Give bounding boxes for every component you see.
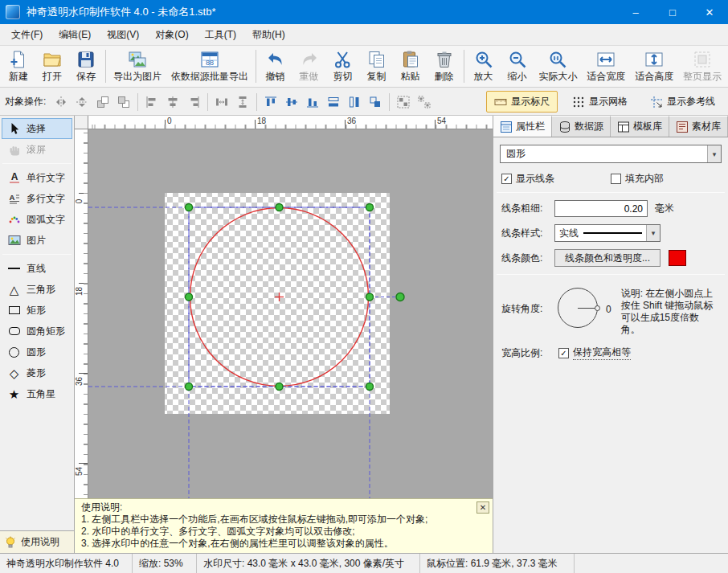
minimize-button[interactable]: – bbox=[617, 0, 654, 24]
send-to-back-button[interactable] bbox=[113, 92, 134, 113]
menu-tools[interactable]: 工具(T) bbox=[197, 24, 244, 46]
rotation-handle[interactable] bbox=[396, 293, 404, 301]
tab-datasource[interactable]: 数据源 bbox=[552, 116, 611, 137]
objectbar-separator bbox=[256, 93, 257, 111]
align-left-button[interactable] bbox=[141, 92, 162, 113]
ungroup-button[interactable] bbox=[414, 92, 435, 113]
save-button[interactable]: 保存 bbox=[69, 47, 103, 86]
same-height-button[interactable] bbox=[344, 92, 365, 113]
app-icon[interactable] bbox=[6, 5, 20, 19]
show-line-checkbox[interactable]: 显示线条 bbox=[501, 172, 611, 186]
selection-handle[interactable] bbox=[276, 383, 283, 391]
line-width-input[interactable] bbox=[554, 200, 648, 217]
help-line: 3. 选择水印中的任意一个对象,在右侧的属性栏里可以调整该对象的属性。 bbox=[81, 538, 486, 550]
redo-button[interactable]: 重做 bbox=[292, 47, 326, 86]
group-icon bbox=[397, 96, 410, 108]
tool-scroll[interactable]: 滚屏 bbox=[2, 139, 72, 160]
tab-properties[interactable]: 属性栏 bbox=[493, 116, 552, 137]
show-ruler-toggle[interactable]: 显示标尺 bbox=[486, 91, 558, 113]
properties-icon bbox=[500, 121, 513, 133]
tool-circle[interactable]: 圆形 bbox=[2, 342, 72, 362]
tool-arc-text[interactable]: 圆弧文字 bbox=[2, 209, 72, 230]
rotation-dial-handle[interactable] bbox=[595, 305, 600, 311]
tool-image[interactable]: 图片 bbox=[2, 230, 72, 251]
align-right-button[interactable] bbox=[183, 92, 204, 113]
fill-inner-checkbox[interactable]: 填充内部 bbox=[611, 172, 720, 186]
properties-panel: 属性栏 数据源 模板库 素材库 圆形 显示线条 填充内部 bbox=[493, 116, 728, 553]
selection-handle[interactable] bbox=[366, 293, 374, 301]
tool-rounded-rectangle[interactable]: 圆角矩形 bbox=[2, 321, 72, 342]
line-color-button[interactable]: 线条颜色和透明度... bbox=[554, 249, 661, 267]
tool-diamond[interactable]: ◇ 菱形 bbox=[2, 362, 72, 383]
menu-object[interactable]: 对象(O) bbox=[147, 24, 196, 46]
copy-button[interactable]: 复制 bbox=[360, 47, 394, 86]
tab-template-library[interactable]: 模板库 bbox=[611, 116, 669, 137]
zoom-in-button[interactable]: 放大 bbox=[467, 47, 501, 86]
horizontal-spacing-button[interactable] bbox=[211, 92, 232, 113]
status-bar: 神奇透明水印制作软件 4.0 缩放: 53% 水印尺寸: 43.0 毫米 x 4… bbox=[0, 553, 728, 573]
mirror-horizontal-icon bbox=[55, 96, 67, 108]
selection-handle[interactable] bbox=[186, 383, 193, 391]
star-shape-icon: ★ bbox=[6, 387, 22, 401]
fit-height-button[interactable]: 适合高度 bbox=[630, 47, 678, 86]
selection-handle[interactable] bbox=[186, 204, 193, 211]
full-page-button[interactable]: 整页显示 bbox=[678, 47, 726, 86]
export-image-button[interactable]: 导出为图片 bbox=[108, 47, 166, 86]
keep-ratio-checkbox[interactable] bbox=[558, 348, 569, 358]
batch-export-button[interactable]: 88 依数据源批量导出 bbox=[166, 47, 253, 86]
mirror-horizontal-button[interactable] bbox=[51, 92, 72, 113]
align-center-button[interactable] bbox=[162, 92, 183, 113]
drawing-area[interactable] bbox=[88, 129, 493, 498]
menu-view[interactable]: 视图(V) bbox=[99, 24, 147, 46]
ruler-corner bbox=[75, 116, 88, 129]
tool-multi-line-text[interactable]: A 多行文字 bbox=[2, 188, 72, 209]
fit-width-button[interactable]: 适合宽度 bbox=[582, 47, 630, 86]
selection-handle[interactable] bbox=[276, 204, 283, 211]
mirror-vertical-button[interactable] bbox=[72, 92, 92, 113]
tool-rectangle[interactable]: 矩形 bbox=[2, 300, 72, 321]
zoom-out-button[interactable]: 缩小 bbox=[501, 47, 534, 86]
actual-size-icon bbox=[547, 49, 568, 69]
selection-handle[interactable] bbox=[366, 204, 374, 211]
group-button[interactable] bbox=[393, 92, 414, 113]
menu-edit[interactable]: 编辑(E) bbox=[51, 24, 99, 46]
paste-icon bbox=[400, 49, 421, 69]
cut-button[interactable]: 剪切 bbox=[326, 47, 360, 86]
help-close-button[interactable]: ✕ bbox=[476, 501, 489, 514]
tool-star[interactable]: ★ 五角星 bbox=[2, 383, 72, 404]
tool-single-line-text[interactable]: A 单行文字 bbox=[2, 167, 72, 188]
maximize-button[interactable]: □ bbox=[654, 0, 691, 24]
tool-triangle[interactable]: △ 三角形 bbox=[2, 279, 72, 300]
shape-type-select[interactable]: 圆形 bbox=[500, 145, 722, 163]
usage-help-button[interactable]: 使用说明 bbox=[0, 530, 74, 553]
bring-to-front-button[interactable] bbox=[92, 92, 113, 113]
align-bottom-button[interactable] bbox=[302, 92, 323, 113]
tab-material-library[interactable]: 素材库 bbox=[669, 116, 728, 137]
align-top-button[interactable] bbox=[260, 92, 281, 113]
datasource-icon bbox=[558, 121, 571, 133]
line-style-select[interactable]: 实线 bbox=[554, 224, 661, 242]
paste-button[interactable]: 粘贴 bbox=[394, 47, 427, 86]
menu-file[interactable]: 文件(F) bbox=[3, 24, 51, 46]
cut-icon bbox=[333, 49, 354, 69]
delete-button[interactable]: 删除 bbox=[427, 47, 461, 86]
same-size-button[interactable] bbox=[365, 92, 386, 113]
rotation-dial[interactable] bbox=[558, 288, 598, 328]
same-width-button[interactable] bbox=[323, 92, 344, 113]
show-grid-toggle[interactable]: 显示网格 bbox=[564, 91, 636, 113]
tool-select[interactable]: 选择 bbox=[2, 118, 72, 139]
new-button[interactable]: 新建 bbox=[2, 47, 35, 86]
chevron-down-icon bbox=[707, 145, 721, 162]
show-guides-toggle[interactable]: 显示参考线 bbox=[642, 91, 723, 113]
close-button[interactable]: ✕ bbox=[691, 0, 728, 24]
vertical-spacing-button[interactable] bbox=[232, 92, 253, 113]
watermark-canvas[interactable] bbox=[165, 193, 390, 414]
align-middle-button[interactable] bbox=[281, 92, 302, 113]
open-button[interactable]: 打开 bbox=[35, 47, 69, 86]
actual-size-button[interactable]: 实际大小 bbox=[534, 47, 583, 86]
selection-handle[interactable] bbox=[186, 293, 193, 301]
undo-button[interactable]: 撤销 bbox=[259, 47, 292, 86]
tool-line[interactable]: 直线 bbox=[2, 258, 72, 279]
menu-help[interactable]: 帮助(H) bbox=[244, 24, 293, 46]
selection-handle[interactable] bbox=[366, 383, 374, 391]
